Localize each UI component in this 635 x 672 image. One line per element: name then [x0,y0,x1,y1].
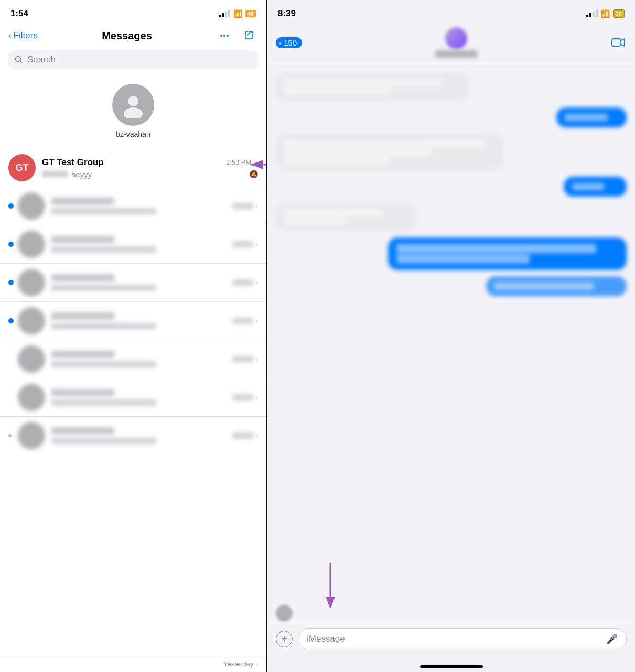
compose-button[interactable] [241,27,258,44]
message-row-5 [276,203,627,231]
contact-name [435,50,477,58]
blurred-content-6 [51,389,228,406]
yesterday-label: Yesterday [223,660,253,668]
back-chevron-icon: ‹ [279,38,282,47]
svg-point-0 [220,35,222,37]
blurred-content-5 [51,351,228,367]
chevron-right-3: › [255,278,258,287]
conversation-item-7[interactable]: › [0,417,266,454]
chevron-right-2: › [255,240,258,248]
chevron-right-7: › [255,431,258,440]
conversation-item-6[interactable]: › [0,378,266,417]
conversation-item-gt[interactable]: GT GT Test Group 1:53 PM › heyyy 🔕 [0,149,266,187]
conversation-item-2[interactable]: › [0,225,266,264]
unread-dot-4 [8,318,14,323]
chevron-right-4: › [255,317,258,325]
messages-area [267,64,635,603]
video-call-button[interactable] [610,34,627,51]
blurred-content-4 [51,312,228,329]
message-bubble-2 [556,107,627,127]
blurred-content-1 [51,198,228,214]
microphone-icon: 🎤 [606,633,618,645]
unread-dot-1 [8,203,14,209]
left-panel: 1:54 📶 48 ‹ Filters Messages [0,0,267,672]
blurred-content-7 [51,427,228,444]
conv-preview-text-gt: heyyy [71,170,92,179]
message-bubble-3 [276,134,504,170]
svg-rect-11 [612,39,620,46]
more-button[interactable] [216,27,233,44]
ellipsis-icon [219,30,230,41]
svg-point-7 [128,96,138,106]
blurred-content-2 [51,236,228,253]
video-icon [611,37,625,48]
filters-button[interactable]: ‹ Filters [8,30,38,41]
conversation-list: GT GT Test Group 1:53 PM › heyyy 🔕 [0,149,266,655]
compose-icon [244,30,255,41]
message-bubble-4 [564,177,627,197]
blurred-avatar-3 [18,269,45,296]
plus-icon: + [281,633,287,645]
preview-blur-gt [42,171,68,177]
chevron-right-1: › [255,202,258,210]
imessage-input[interactable]: iMessage 🎤 [298,628,627,649]
nav-bar-right: ‹ 150 [267,25,635,64]
chevron-right-5: › [255,355,258,363]
profile-section: bz-vaahan [0,75,266,149]
profile-name: bz-vaahan [116,130,150,138]
yesterday-chevron: › [255,659,258,668]
messages-title: Messages [102,30,152,42]
time-right: 8:39 [278,8,296,19]
search-bar[interactable]: Search [8,50,258,69]
status-icons-left: 📶 48 [219,9,256,18]
message-row-7 [276,276,627,296]
conversation-item-3[interactable]: › [0,264,266,302]
contact-avatar [445,27,467,49]
profile-avatar [112,84,154,126]
unread-dot-2 [8,242,14,247]
message-row-6 [276,237,627,270]
input-placeholder: iMessage [307,634,345,644]
nav-bar-left: ‹ Filters Messages [0,25,266,50]
typing-avatar [276,605,293,622]
conv-name-gt: GT Test Group [42,157,104,168]
contact-header[interactable] [302,27,610,58]
conv-preview-row-gt: heyyy 🔕 [42,170,258,179]
chevron-right-gt: › [255,158,258,167]
blurred-avatar-7 [18,422,45,449]
partial-dot [8,434,12,437]
conv-name-row-gt: GT Test Group 1:53 PM › [42,157,258,168]
blurred-avatar-2 [18,231,45,258]
blurred-avatar-6 [18,384,45,411]
wifi-icon-left: 📶 [233,9,242,18]
gt-avatar: GT [8,154,36,181]
chevron-right-6: › [255,393,258,402]
right-panel: 8:39 📶 36 ‹ 150 [267,0,635,672]
svg-point-8 [124,107,143,118]
conv-content-gt: GT Test Group 1:53 PM › heyyy 🔕 [42,157,258,179]
blurred-avatar-1 [18,192,45,220]
conversation-item-5[interactable]: › [0,340,266,378]
status-icons-right: 📶 36 [586,9,625,18]
search-bar-container: Search [0,50,266,75]
footer-bar[interactable]: Yesterday › [0,655,266,672]
status-bar-right: 8:39 📶 36 [267,0,635,25]
battery-right: 36 [613,9,625,18]
conversation-item-4[interactable]: › [0,302,266,340]
message-row-4 [276,177,627,197]
conversation-item-1[interactable]: › [0,187,266,225]
nav-icons-left [216,27,258,44]
search-icon [15,56,23,64]
blurred-content-3 [51,274,228,291]
add-attachment-button[interactable]: + [276,631,293,647]
back-button[interactable]: ‹ 150 [276,37,302,48]
chevron-left-icon: ‹ [8,30,12,41]
unread-dot-3 [8,280,14,285]
blurred-avatar-5 [18,345,45,373]
gt-initials: GT [16,162,29,174]
svg-line-4 [247,32,251,35]
mute-icon-gt: 🔕 [249,170,258,178]
message-bubble-5 [276,203,416,231]
signal-bars-left [219,10,230,17]
message-bubble-1 [276,73,469,101]
